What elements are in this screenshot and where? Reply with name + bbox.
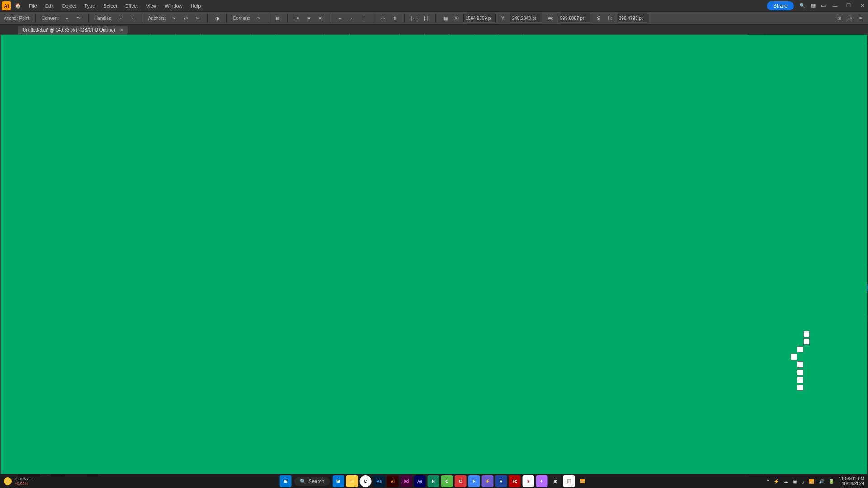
align-vcenter-icon[interactable]: ⫠ <box>348 14 355 22</box>
taskbar-app-icon[interactable]: N <box>427 475 439 487</box>
distribute-v-icon[interactable]: ⇕ <box>391 14 398 22</box>
distribute-h-icon[interactable]: ⇔ <box>379 14 387 22</box>
home-icon[interactable]: 🏠 <box>14 1 23 10</box>
stock-ticker[interactable]: GBP/AED -0.68% <box>15 477 33 486</box>
ctrl-align-pixel-icon[interactable]: ⊡ <box>835 14 843 22</box>
start-button[interactable]: ⊞ <box>280 475 292 487</box>
workspace-icon[interactable]: ▭ <box>821 3 826 9</box>
layers-panel: 👁▾Layer 2○■👁▾○■👁▸○■👁▸○■👁▾○■👁○■👁○■👁○■👁جمع… <box>764 284 868 466</box>
align-right-icon[interactable]: ≡| <box>317 14 324 22</box>
distribute-spacing-v-icon[interactable]: |↕| <box>422 14 429 22</box>
taskbar-app-icon[interactable]: ⊞ <box>332 475 344 487</box>
layer-thumbnail <box>797 369 803 375</box>
share-button[interactable]: Share <box>767 1 794 10</box>
taskbar-app-icon[interactable]: C <box>454 475 466 487</box>
align-bottom-icon[interactable]: ⫞ <box>360 14 367 22</box>
tray-wifi-icon[interactable]: 📶 <box>809 479 814 484</box>
tray-cloud-icon[interactable]: ☁ <box>783 479 788 484</box>
tray-volume-icon[interactable]: 🔊 <box>819 479 824 484</box>
document-tab-close-icon[interactable]: ✕ <box>120 28 123 33</box>
anchors-connect-icon[interactable]: ⇄ <box>182 14 189 22</box>
taskbar-app-icon[interactable]: C <box>441 475 453 487</box>
menu-type[interactable]: Type <box>85 3 95 9</box>
align-hcenter-icon[interactable]: ≡ <box>305 14 312 22</box>
taskbar-app-icon[interactable]: Ai <box>387 475 398 487</box>
window-minimize[interactable]: — <box>831 3 839 9</box>
x-label: X: <box>454 16 458 21</box>
align-to-icon[interactable]: ⊞ <box>274 14 281 22</box>
handles-hide-icon[interactable]: ⋱ <box>129 14 136 22</box>
menu-select[interactable]: Select <box>103 3 117 9</box>
taskbar-app-icon[interactable]: 📶 <box>576 475 588 487</box>
align-top-icon[interactable]: ⫟ <box>336 14 344 22</box>
taskbar-app-icon[interactable]: Fz <box>509 475 520 487</box>
tray-lang-icon[interactable]: ن <box>801 479 804 484</box>
arrange-icon[interactable]: ▦ <box>811 3 816 9</box>
menu-view[interactable]: View <box>146 3 157 9</box>
taskbar-app-icon[interactable]: C <box>359 475 371 487</box>
taskbar-app-icon[interactable]: ⎚ <box>549 475 561 487</box>
anchor-point-label: Anchor Point <box>4 16 29 21</box>
menu-file[interactable]: File <box>29 3 37 9</box>
link-wh-icon[interactable]: ⛓ <box>595 14 602 22</box>
layer-thumbnail <box>791 354 797 360</box>
corners-widget-icon[interactable]: ◠ <box>255 14 262 22</box>
taskbar-search-icon: 🔍 <box>300 479 306 484</box>
corners-label: Corners: <box>233 16 250 21</box>
tray-chevron-icon[interactable]: ˄ <box>767 479 769 484</box>
layer-thumbnail <box>803 323 810 329</box>
taskbar-app-icon[interactable]: 📋 <box>563 475 575 487</box>
menu-effect[interactable]: Effect <box>125 3 138 9</box>
taskbar-app-icon[interactable]: F <box>468 475 480 487</box>
search-icon[interactable]: 🔍 <box>799 3 806 9</box>
window-restore[interactable]: ❐ <box>844 3 853 9</box>
stock-change: -0.68% <box>15 481 33 486</box>
weather-stock-icon[interactable]: £ <box>4 477 12 485</box>
taskbar-app-icon[interactable]: ⚡ <box>481 475 493 487</box>
menu-object[interactable]: Object <box>62 3 76 9</box>
x-input[interactable] <box>463 14 496 22</box>
handles-label: Handles: <box>94 16 112 21</box>
menu-edit[interactable]: Edit <box>45 3 54 9</box>
taskbar-app-icon[interactable]: Ps <box>373 475 385 487</box>
app-icon: Ai <box>2 1 11 10</box>
taskbar-app-icon[interactable]: Xd <box>400 475 412 487</box>
tray-power-icon[interactable]: ⚡ <box>774 479 779 484</box>
layer-thumbnail <box>797 385 803 391</box>
menu-window[interactable]: Window <box>165 3 183 9</box>
anchors-remove-icon[interactable]: ✂ <box>170 14 178 22</box>
ctrl-pref-icon[interactable]: ⇄ <box>846 14 854 22</box>
y-label: Y: <box>501 16 505 21</box>
y-input[interactable] <box>510 14 542 22</box>
taskbar-app-icon[interactable]: V <box>495 475 507 487</box>
document-tab[interactable]: Untitled-3.ai* @ 149.83 % (RGB/CPU Outli… <box>18 26 128 34</box>
titlebar: Ai 🏠 File Edit Object Type Select Effect… <box>0 0 868 11</box>
convert-label: Convert: <box>42 16 59 21</box>
taskbar-search[interactable]: 🔍 Search <box>294 477 330 486</box>
ctrl-menu-icon[interactable]: ≡ <box>857 14 864 22</box>
align-left-icon[interactable]: |≡ <box>293 14 301 22</box>
taskbar-app-icon[interactable]: 9 <box>522 475 534 487</box>
convert-corner-icon[interactable]: ⌐ <box>63 14 71 22</box>
clock-time: 11:08:01 PM <box>839 476 864 481</box>
taskbar-clock[interactable]: 11:08:01 PM 10/16/2024 <box>839 476 864 486</box>
isolate-icon[interactable]: ◑ <box>213 14 221 22</box>
anchors-cut-icon[interactable]: ✄ <box>194 14 201 22</box>
tray-battery-icon[interactable]: 🔋 <box>829 479 834 484</box>
document-tab-bar: Untitled-3.ai* @ 149.83 % (RGB/CPU Outli… <box>0 25 868 34</box>
taskbar-app-icon[interactable]: 📁 <box>346 475 358 487</box>
convert-smooth-icon[interactable]: 〜 <box>75 14 82 22</box>
distribute-spacing-h-icon[interactable]: |↔| <box>410 14 418 22</box>
anchors-label: Anchors: <box>148 16 166 21</box>
window-close[interactable]: ✕ <box>858 3 866 9</box>
layer-thumbnail <box>797 346 803 352</box>
tray-onedrive-icon[interactable]: ▣ <box>793 479 797 484</box>
taskbar-app-icon[interactable]: Ae <box>414 475 425 487</box>
transform-icon[interactable]: ▦ <box>442 14 449 22</box>
taskbar-app-icon[interactable]: ✦ <box>536 475 547 487</box>
handles-show-icon[interactable]: ⋰ <box>117 14 124 22</box>
h-input[interactable] <box>617 14 649 22</box>
layer-row[interactable]: 👁○■ <box>764 323 868 330</box>
menu-help[interactable]: Help <box>191 3 201 9</box>
w-input[interactable] <box>558 14 590 22</box>
